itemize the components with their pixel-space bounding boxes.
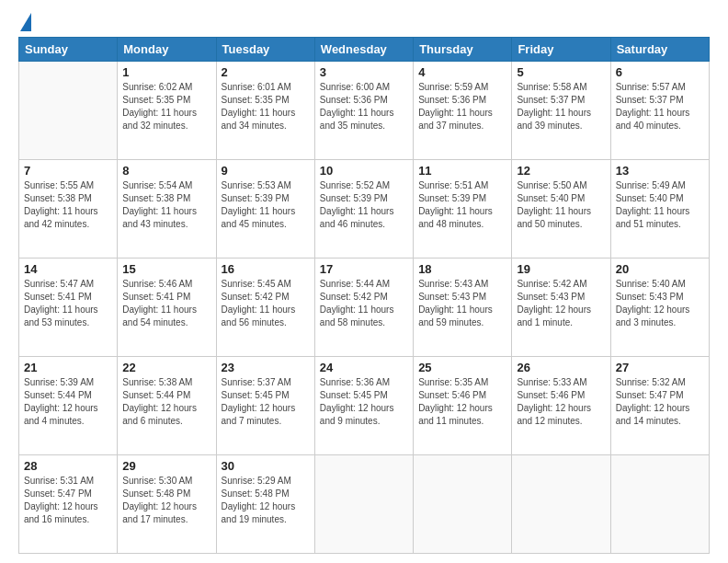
day-number: 19 xyxy=(517,262,605,276)
calendar-cell: 23Sunrise: 5:37 AMSunset: 5:45 PMDayligh… xyxy=(216,357,314,455)
calendar-header-tuesday: Tuesday xyxy=(216,38,314,62)
calendar-cell: 25Sunrise: 5:35 AMSunset: 5:46 PMDayligh… xyxy=(414,357,512,455)
calendar-table: SundayMondayTuesdayWednesdayThursdayFrid… xyxy=(18,37,710,554)
day-number: 27 xyxy=(616,361,704,374)
day-number: 7 xyxy=(24,164,112,178)
day-info: Sunrise: 5:52 AMSunset: 5:39 PMDaylight:… xyxy=(320,179,408,231)
calendar-cell: 12Sunrise: 5:50 AMSunset: 5:40 PMDayligh… xyxy=(512,160,610,259)
calendar-header-friday: Friday xyxy=(512,38,610,62)
day-number: 8 xyxy=(122,164,210,178)
calendar-header-monday: Monday xyxy=(118,38,216,62)
logo xyxy=(18,17,31,29)
calendar-cell: 13Sunrise: 5:49 AMSunset: 5:40 PMDayligh… xyxy=(610,160,709,259)
calendar-cell xyxy=(414,455,512,554)
day-number: 30 xyxy=(222,459,310,473)
day-number: 5 xyxy=(517,65,605,79)
day-number: 13 xyxy=(616,164,704,178)
calendar-cell: 28Sunrise: 5:31 AMSunset: 5:47 PMDayligh… xyxy=(19,455,118,554)
day-number: 14 xyxy=(24,262,112,276)
day-number: 29 xyxy=(122,459,210,473)
calendar-cell xyxy=(610,455,709,554)
calendar-cell: 7Sunrise: 5:55 AMSunset: 5:38 PMDaylight… xyxy=(19,160,118,259)
day-info: Sunrise: 5:58 AMSunset: 5:37 PMDaylight:… xyxy=(517,81,605,132)
day-number: 21 xyxy=(24,361,112,374)
day-number: 28 xyxy=(24,459,112,473)
calendar-cell: 2Sunrise: 6:01 AMSunset: 5:35 PMDaylight… xyxy=(216,62,314,160)
day-number: 24 xyxy=(320,361,408,374)
calendar-cell xyxy=(19,62,118,160)
day-number: 1 xyxy=(122,65,210,79)
day-number: 15 xyxy=(122,262,210,276)
day-number: 6 xyxy=(616,65,704,79)
day-number: 18 xyxy=(418,262,506,276)
day-info: Sunrise: 5:35 AMSunset: 5:46 PMDaylight:… xyxy=(418,376,506,428)
day-info: Sunrise: 5:42 AMSunset: 5:43 PMDaylight:… xyxy=(517,278,605,329)
calendar-cell: 1Sunrise: 6:02 AMSunset: 5:35 PMDaylight… xyxy=(118,62,216,160)
calendar-header-thursday: Thursday xyxy=(414,38,512,62)
calendar-header-saturday: Saturday xyxy=(610,38,709,62)
calendar-week-row: 21Sunrise: 5:39 AMSunset: 5:44 PMDayligh… xyxy=(19,357,710,455)
calendar-cell: 9Sunrise: 5:53 AMSunset: 5:39 PMDaylight… xyxy=(216,160,314,259)
calendar-cell: 18Sunrise: 5:43 AMSunset: 5:43 PMDayligh… xyxy=(414,259,512,357)
calendar-cell: 19Sunrise: 5:42 AMSunset: 5:43 PMDayligh… xyxy=(512,259,610,357)
day-info: Sunrise: 5:51 AMSunset: 5:39 PMDaylight:… xyxy=(418,179,506,231)
calendar-cell: 16Sunrise: 5:45 AMSunset: 5:42 PMDayligh… xyxy=(216,259,314,357)
day-info: Sunrise: 6:02 AMSunset: 5:35 PMDaylight:… xyxy=(122,81,210,132)
day-info: Sunrise: 5:49 AMSunset: 5:40 PMDaylight:… xyxy=(616,179,704,231)
day-info: Sunrise: 5:40 AMSunset: 5:43 PMDaylight:… xyxy=(616,278,704,329)
page: SundayMondayTuesdayWednesdayThursdayFrid… xyxy=(0,0,728,563)
calendar-cell: 3Sunrise: 6:00 AMSunset: 5:36 PMDaylight… xyxy=(314,62,413,160)
day-info: Sunrise: 5:53 AMSunset: 5:39 PMDaylight:… xyxy=(222,179,310,231)
calendar-cell xyxy=(512,455,610,554)
calendar-cell: 17Sunrise: 5:44 AMSunset: 5:42 PMDayligh… xyxy=(314,259,413,357)
calendar-week-row: 7Sunrise: 5:55 AMSunset: 5:38 PMDaylight… xyxy=(19,160,710,259)
day-number: 25 xyxy=(418,361,506,374)
day-number: 3 xyxy=(320,65,408,79)
day-info: Sunrise: 5:29 AMSunset: 5:48 PMDaylight:… xyxy=(222,475,310,526)
calendar-cell: 15Sunrise: 5:46 AMSunset: 5:41 PMDayligh… xyxy=(118,259,216,357)
day-info: Sunrise: 5:57 AMSunset: 5:37 PMDaylight:… xyxy=(616,81,704,132)
calendar-cell: 11Sunrise: 5:51 AMSunset: 5:39 PMDayligh… xyxy=(414,160,512,259)
day-info: Sunrise: 5:47 AMSunset: 5:41 PMDaylight:… xyxy=(24,278,112,329)
calendar-header-sunday: Sunday xyxy=(19,38,118,62)
day-number: 26 xyxy=(517,361,605,374)
day-info: Sunrise: 5:33 AMSunset: 5:46 PMDaylight:… xyxy=(517,376,605,428)
calendar-cell: 27Sunrise: 5:32 AMSunset: 5:47 PMDayligh… xyxy=(610,357,709,455)
calendar-header-row: SundayMondayTuesdayWednesdayThursdayFrid… xyxy=(19,38,710,62)
day-info: Sunrise: 6:01 AMSunset: 5:35 PMDaylight:… xyxy=(222,81,310,132)
calendar-cell: 29Sunrise: 5:30 AMSunset: 5:48 PMDayligh… xyxy=(118,455,216,554)
calendar-cell: 21Sunrise: 5:39 AMSunset: 5:44 PMDayligh… xyxy=(19,357,118,455)
calendar-week-row: 14Sunrise: 5:47 AMSunset: 5:41 PMDayligh… xyxy=(19,259,710,357)
calendar-cell: 10Sunrise: 5:52 AMSunset: 5:39 PMDayligh… xyxy=(314,160,413,259)
day-info: Sunrise: 5:37 AMSunset: 5:45 PMDaylight:… xyxy=(222,376,310,428)
day-info: Sunrise: 5:36 AMSunset: 5:45 PMDaylight:… xyxy=(320,376,408,428)
day-info: Sunrise: 5:46 AMSunset: 5:41 PMDaylight:… xyxy=(122,278,210,329)
day-info: Sunrise: 5:54 AMSunset: 5:38 PMDaylight:… xyxy=(122,179,210,231)
calendar-cell: 4Sunrise: 5:59 AMSunset: 5:36 PMDaylight… xyxy=(414,62,512,160)
day-number: 20 xyxy=(616,262,704,276)
day-number: 9 xyxy=(222,164,310,178)
day-info: Sunrise: 5:59 AMSunset: 5:36 PMDaylight:… xyxy=(418,81,506,132)
day-number: 23 xyxy=(222,361,310,374)
day-info: Sunrise: 5:39 AMSunset: 5:44 PMDaylight:… xyxy=(24,376,112,428)
calendar-cell: 22Sunrise: 5:38 AMSunset: 5:44 PMDayligh… xyxy=(118,357,216,455)
calendar-cell xyxy=(314,455,413,554)
calendar-cell: 14Sunrise: 5:47 AMSunset: 5:41 PMDayligh… xyxy=(19,259,118,357)
calendar-cell: 26Sunrise: 5:33 AMSunset: 5:46 PMDayligh… xyxy=(512,357,610,455)
day-info: Sunrise: 5:43 AMSunset: 5:43 PMDaylight:… xyxy=(418,278,506,329)
day-number: 17 xyxy=(320,262,408,276)
day-number: 2 xyxy=(222,65,310,79)
day-info: Sunrise: 5:38 AMSunset: 5:44 PMDaylight:… xyxy=(122,376,210,428)
calendar-cell: 20Sunrise: 5:40 AMSunset: 5:43 PMDayligh… xyxy=(610,259,709,357)
calendar-header-wednesday: Wednesday xyxy=(314,38,413,62)
calendar-week-row: 1Sunrise: 6:02 AMSunset: 5:35 PMDaylight… xyxy=(19,62,710,160)
calendar-cell: 24Sunrise: 5:36 AMSunset: 5:45 PMDayligh… xyxy=(314,357,413,455)
day-info: Sunrise: 5:31 AMSunset: 5:47 PMDaylight:… xyxy=(24,475,112,526)
day-number: 4 xyxy=(418,65,506,79)
logo-arrow-icon xyxy=(20,13,31,31)
day-info: Sunrise: 6:00 AMSunset: 5:36 PMDaylight:… xyxy=(320,81,408,132)
calendar-cell: 6Sunrise: 5:57 AMSunset: 5:37 PMDaylight… xyxy=(610,62,709,160)
day-info: Sunrise: 5:55 AMSunset: 5:38 PMDaylight:… xyxy=(24,179,112,231)
day-info: Sunrise: 5:32 AMSunset: 5:47 PMDaylight:… xyxy=(616,376,704,428)
day-info: Sunrise: 5:50 AMSunset: 5:40 PMDaylight:… xyxy=(517,179,605,231)
